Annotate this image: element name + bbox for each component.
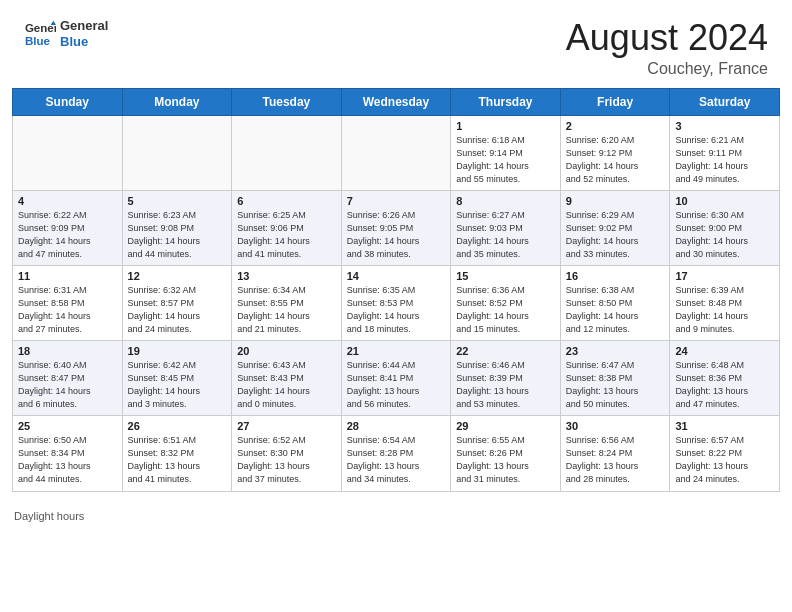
day-detail: Sunrise: 6:21 AM Sunset: 9:11 PM Dayligh… (675, 134, 774, 186)
day-detail: Sunrise: 6:34 AM Sunset: 8:55 PM Dayligh… (237, 284, 336, 336)
calendar-cell: 17Sunrise: 6:39 AM Sunset: 8:48 PM Dayli… (670, 265, 780, 340)
col-header-saturday: Saturday (670, 88, 780, 115)
calendar-table: SundayMondayTuesdayWednesdayThursdayFrid… (12, 88, 780, 492)
day-detail: Sunrise: 6:22 AM Sunset: 9:09 PM Dayligh… (18, 209, 117, 261)
calendar-cell: 10Sunrise: 6:30 AM Sunset: 9:00 PM Dayli… (670, 190, 780, 265)
calendar-cell: 7Sunrise: 6:26 AM Sunset: 9:05 PM Daylig… (341, 190, 451, 265)
day-number: 3 (675, 120, 774, 132)
calendar-cell: 11Sunrise: 6:31 AM Sunset: 8:58 PM Dayli… (13, 265, 123, 340)
week-row-4: 25Sunrise: 6:50 AM Sunset: 8:34 PM Dayli… (13, 416, 780, 491)
calendar-cell (122, 115, 232, 190)
day-detail: Sunrise: 6:51 AM Sunset: 8:32 PM Dayligh… (128, 434, 227, 486)
calendar-header-row: SundayMondayTuesdayWednesdayThursdayFrid… (13, 88, 780, 115)
calendar-cell: 14Sunrise: 6:35 AM Sunset: 8:53 PM Dayli… (341, 265, 451, 340)
month-year-title: August 2024 (566, 18, 768, 58)
day-detail: Sunrise: 6:38 AM Sunset: 8:50 PM Dayligh… (566, 284, 665, 336)
day-number: 20 (237, 345, 336, 357)
day-detail: Sunrise: 6:32 AM Sunset: 8:57 PM Dayligh… (128, 284, 227, 336)
day-detail: Sunrise: 6:36 AM Sunset: 8:52 PM Dayligh… (456, 284, 555, 336)
day-number: 26 (128, 420, 227, 432)
day-number: 14 (347, 270, 446, 282)
logo-blue: Blue (60, 34, 108, 50)
week-row-3: 18Sunrise: 6:40 AM Sunset: 8:47 PM Dayli… (13, 341, 780, 416)
day-number: 16 (566, 270, 665, 282)
calendar-cell: 28Sunrise: 6:54 AM Sunset: 8:28 PM Dayli… (341, 416, 451, 491)
day-number: 15 (456, 270, 555, 282)
day-number: 6 (237, 195, 336, 207)
footer-note: Daylight hours (0, 506, 792, 522)
title-block: August 2024 Couchey, France (566, 18, 768, 78)
day-detail: Sunrise: 6:18 AM Sunset: 9:14 PM Dayligh… (456, 134, 555, 186)
col-header-monday: Monday (122, 88, 232, 115)
week-row-2: 11Sunrise: 6:31 AM Sunset: 8:58 PM Dayli… (13, 265, 780, 340)
day-detail: Sunrise: 6:56 AM Sunset: 8:24 PM Dayligh… (566, 434, 665, 486)
week-row-0: 1Sunrise: 6:18 AM Sunset: 9:14 PM Daylig… (13, 115, 780, 190)
calendar-cell: 27Sunrise: 6:52 AM Sunset: 8:30 PM Dayli… (232, 416, 342, 491)
day-detail: Sunrise: 6:30 AM Sunset: 9:00 PM Dayligh… (675, 209, 774, 261)
logo-general: General (60, 18, 108, 34)
day-number: 25 (18, 420, 117, 432)
day-number: 12 (128, 270, 227, 282)
week-row-1: 4Sunrise: 6:22 AM Sunset: 9:09 PM Daylig… (13, 190, 780, 265)
day-detail: Sunrise: 6:55 AM Sunset: 8:26 PM Dayligh… (456, 434, 555, 486)
col-header-wednesday: Wednesday (341, 88, 451, 115)
day-number: 23 (566, 345, 665, 357)
day-number: 24 (675, 345, 774, 357)
day-detail: Sunrise: 6:25 AM Sunset: 9:06 PM Dayligh… (237, 209, 336, 261)
day-detail: Sunrise: 6:44 AM Sunset: 8:41 PM Dayligh… (347, 359, 446, 411)
day-detail: Sunrise: 6:52 AM Sunset: 8:30 PM Dayligh… (237, 434, 336, 486)
day-number: 2 (566, 120, 665, 132)
calendar-cell: 24Sunrise: 6:48 AM Sunset: 8:36 PM Dayli… (670, 341, 780, 416)
day-number: 4 (18, 195, 117, 207)
calendar-cell: 31Sunrise: 6:57 AM Sunset: 8:22 PM Dayli… (670, 416, 780, 491)
calendar-cell: 3Sunrise: 6:21 AM Sunset: 9:11 PM Daylig… (670, 115, 780, 190)
day-detail: Sunrise: 6:29 AM Sunset: 9:02 PM Dayligh… (566, 209, 665, 261)
day-number: 27 (237, 420, 336, 432)
day-detail: Sunrise: 6:27 AM Sunset: 9:03 PM Dayligh… (456, 209, 555, 261)
calendar-cell (232, 115, 342, 190)
col-header-sunday: Sunday (13, 88, 123, 115)
day-detail: Sunrise: 6:31 AM Sunset: 8:58 PM Dayligh… (18, 284, 117, 336)
calendar-cell: 5Sunrise: 6:23 AM Sunset: 9:08 PM Daylig… (122, 190, 232, 265)
day-number: 7 (347, 195, 446, 207)
calendar-cell: 25Sunrise: 6:50 AM Sunset: 8:34 PM Dayli… (13, 416, 123, 491)
day-number: 19 (128, 345, 227, 357)
day-number: 10 (675, 195, 774, 207)
calendar-cell: 22Sunrise: 6:46 AM Sunset: 8:39 PM Dayli… (451, 341, 561, 416)
day-number: 29 (456, 420, 555, 432)
calendar-cell: 19Sunrise: 6:42 AM Sunset: 8:45 PM Dayli… (122, 341, 232, 416)
svg-text:Blue: Blue (25, 35, 51, 47)
calendar-cell: 6Sunrise: 6:25 AM Sunset: 9:06 PM Daylig… (232, 190, 342, 265)
calendar-cell: 4Sunrise: 6:22 AM Sunset: 9:09 PM Daylig… (13, 190, 123, 265)
day-number: 1 (456, 120, 555, 132)
day-number: 11 (18, 270, 117, 282)
page-header: General Blue General Blue August 2024 Co… (0, 0, 792, 88)
day-number: 28 (347, 420, 446, 432)
day-number: 31 (675, 420, 774, 432)
day-number: 8 (456, 195, 555, 207)
day-detail: Sunrise: 6:20 AM Sunset: 9:12 PM Dayligh… (566, 134, 665, 186)
calendar-cell: 8Sunrise: 6:27 AM Sunset: 9:03 PM Daylig… (451, 190, 561, 265)
day-number: 17 (675, 270, 774, 282)
calendar-cell: 13Sunrise: 6:34 AM Sunset: 8:55 PM Dayli… (232, 265, 342, 340)
calendar-cell: 12Sunrise: 6:32 AM Sunset: 8:57 PM Dayli… (122, 265, 232, 340)
calendar-cell: 2Sunrise: 6:20 AM Sunset: 9:12 PM Daylig… (560, 115, 670, 190)
calendar-cell: 29Sunrise: 6:55 AM Sunset: 8:26 PM Dayli… (451, 416, 561, 491)
day-detail: Sunrise: 6:42 AM Sunset: 8:45 PM Dayligh… (128, 359, 227, 411)
calendar-cell: 18Sunrise: 6:40 AM Sunset: 8:47 PM Dayli… (13, 341, 123, 416)
logo: General Blue General Blue (24, 18, 108, 50)
day-number: 18 (18, 345, 117, 357)
day-detail: Sunrise: 6:54 AM Sunset: 8:28 PM Dayligh… (347, 434, 446, 486)
day-detail: Sunrise: 6:50 AM Sunset: 8:34 PM Dayligh… (18, 434, 117, 486)
calendar-cell: 1Sunrise: 6:18 AM Sunset: 9:14 PM Daylig… (451, 115, 561, 190)
col-header-friday: Friday (560, 88, 670, 115)
day-number: 13 (237, 270, 336, 282)
calendar-cell: 23Sunrise: 6:47 AM Sunset: 8:38 PM Dayli… (560, 341, 670, 416)
day-detail: Sunrise: 6:39 AM Sunset: 8:48 PM Dayligh… (675, 284, 774, 336)
calendar-cell (13, 115, 123, 190)
day-number: 22 (456, 345, 555, 357)
day-detail: Sunrise: 6:23 AM Sunset: 9:08 PM Dayligh… (128, 209, 227, 261)
day-detail: Sunrise: 6:46 AM Sunset: 8:39 PM Dayligh… (456, 359, 555, 411)
day-number: 5 (128, 195, 227, 207)
calendar-cell: 20Sunrise: 6:43 AM Sunset: 8:43 PM Dayli… (232, 341, 342, 416)
